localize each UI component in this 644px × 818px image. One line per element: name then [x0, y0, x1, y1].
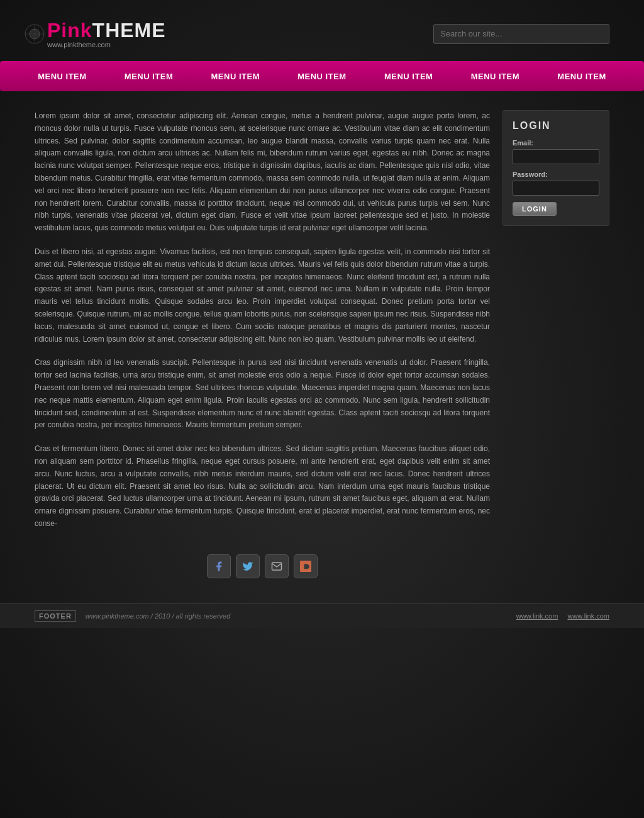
password-label: Password: — [513, 171, 599, 178]
footer-label: FOOTER — [35, 610, 76, 622]
search-area — [433, 24, 609, 44]
password-field[interactable] — [513, 181, 599, 196]
nav-item-2[interactable]: Menu Item — [114, 63, 183, 90]
nav-bar: Menu Item Menu Item Menu Item Menu Item … — [0, 61, 644, 91]
social-icons — [35, 542, 490, 585]
nav-item-3[interactable]: Menu Item — [201, 63, 270, 90]
email-label: Email: — [513, 139, 599, 147]
sidebar: LOGIN Email: Password: LOGIN — [502, 104, 609, 591]
blogger-icon[interactable] — [294, 554, 318, 578]
login-title: LOGIN — [513, 120, 599, 132]
logo-area: PinkTHEME www.pinktheme.com — [35, 19, 166, 48]
logo-title: PinkTHEME — [35, 19, 166, 42]
nav-item-5[interactable]: Menu Item — [374, 63, 443, 90]
logo-pink-text: Pink — [47, 19, 92, 42]
login-button[interactable]: LOGIN — [513, 202, 557, 216]
nav-item-4[interactable]: Menu Item — [287, 63, 356, 90]
email-icon[interactable] — [265, 554, 289, 578]
footer-link-1[interactable]: www.link.com — [516, 612, 558, 620]
nav-item-7[interactable]: Menu Item — [547, 63, 616, 90]
paragraph-2: Duis et libero nisi, at egestas augue. V… — [35, 246, 490, 345]
search-input[interactable] — [433, 24, 609, 44]
nav-item-6[interactable]: Menu Item — [461, 63, 530, 90]
nav-item-1[interactable]: Menu Item — [28, 63, 96, 90]
footer-left: FOOTER www.pinktheme.com / 2010 / all ri… — [35, 610, 230, 622]
footer-links: www.link.com www.link.com — [516, 612, 609, 620]
login-box: LOGIN Email: Password: LOGIN — [502, 110, 609, 226]
footer-bar: FOOTER www.pinktheme.com / 2010 / all ri… — [0, 603, 644, 628]
email-field[interactable] — [513, 149, 599, 164]
twitter-icon[interactable] — [236, 554, 260, 578]
paragraph-1: Lorem ipsum dolor sit amet, consectetur … — [35, 110, 490, 235]
content-area: Lorem ipsum dolor sit amet, consectetur … — [35, 104, 490, 591]
footer-copyright: www.pinktheme.com / 2010 / all rights re… — [86, 612, 231, 620]
paragraph-4: Cras et fermentum libero. Donec sit amet… — [35, 443, 490, 530]
logo-white-text: THEME — [92, 19, 166, 42]
facebook-icon[interactable] — [207, 554, 231, 578]
footer-link-2[interactable]: www.link.com — [567, 612, 609, 620]
logo-decoration-icon — [22, 21, 47, 47]
paragraph-3: Cras dignissim nibh id leo venenatis sus… — [35, 357, 490, 432]
